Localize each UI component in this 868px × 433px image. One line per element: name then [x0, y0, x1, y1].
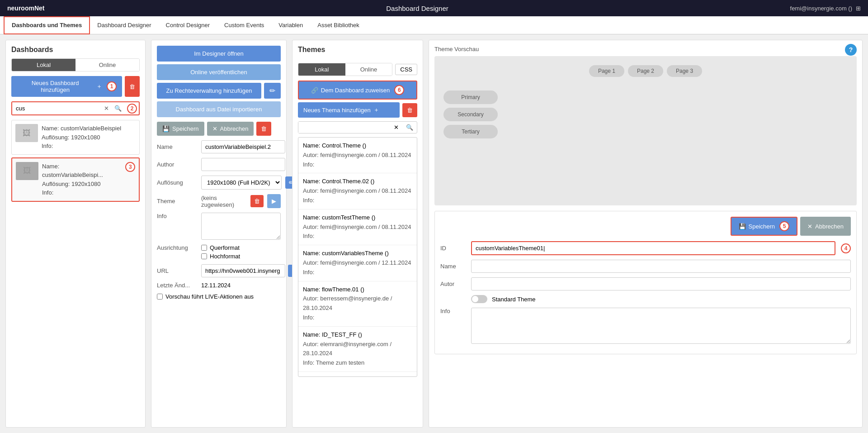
portrait-checkbox[interactable] — [201, 253, 207, 259]
tab-lokal[interactable]: Lokal — [12, 59, 75, 71]
dashboard-search-row: ✕ 🔍 2 — [11, 101, 140, 115]
dashboard-thumbnail: 🖼 — [15, 124, 38, 142]
dashboard-item-selected[interactable]: 🖼 Name: customVariableBeispi... Auflösun… — [11, 157, 140, 202]
name-label: Name — [157, 143, 198, 150]
themes-title: Themes — [298, 46, 325, 54]
theme-author: Autor: femi@insynergie.com / 12.11.2024 — [303, 258, 412, 268]
publish-online-button[interactable]: Online veröffentlichen — [157, 64, 281, 80]
help-button[interactable]: ? — [845, 44, 857, 56]
orientation-row: Ausrichtung Querformat Hochformat — [157, 244, 281, 260]
open-designer-button[interactable]: Im Designer öffnen — [157, 46, 281, 62]
theme-name: Name: Control.Theme.02 () — [303, 177, 412, 186]
theme-item[interactable]: Name: ID_TEST_FF () Autor: elemrani@insy… — [298, 327, 417, 372]
author-input[interactable] — [201, 158, 285, 171]
theme-cancel-button[interactable]: ✕ Abbrechen — [800, 217, 851, 236]
dashboard-search-input[interactable] — [12, 102, 102, 114]
url-row: URL 📋 — [157, 264, 281, 277]
tab-online[interactable]: Online — [75, 59, 139, 71]
portrait-option[interactable]: Hochformat — [201, 253, 240, 260]
resolution-label: Auflösung — [157, 179, 198, 186]
themes-top-row: Lokal Online CSS — [298, 63, 417, 76]
preview-btn-secondary: Secondary — [443, 108, 498, 121]
tab-custom-events[interactable]: Custom Events — [217, 16, 271, 34]
name-input[interactable] — [201, 140, 285, 153]
cancel-button-mid[interactable]: ✕ Abbrechen — [207, 122, 254, 136]
theme-name: Name: ID_TEST_FF () — [303, 330, 412, 340]
user-info: femi@insynergie.com () ⊞ — [790, 5, 861, 12]
theme-name-label: Name — [440, 263, 467, 270]
badge-1: 1 — [107, 81, 117, 91]
css-button[interactable]: CSS — [395, 64, 417, 75]
resolution-select[interactable]: 1920x1080 (Full HD/2K) — [201, 176, 282, 190]
trash-icon-mid: 🗑 — [261, 125, 267, 132]
info-row: Info — [157, 213, 281, 240]
search-clear-button[interactable]: ✕ — [102, 105, 111, 112]
delete-button-mid[interactable]: 🗑 — [256, 122, 271, 136]
tab-dashboard-designer[interactable]: Dashboard Designer — [90, 16, 158, 34]
tab-variablen[interactable]: Variablen — [271, 16, 310, 34]
theme-item[interactable]: Name: customTestTheme () Autor: femi@ins… — [298, 209, 417, 245]
theme-search-input[interactable] — [298, 122, 390, 133]
tab-control-designer[interactable]: Control Designer — [159, 16, 217, 34]
preview-checkbox-option[interactable]: Vorschau führt LIVE-Aktionen aus — [157, 293, 281, 300]
new-theme-button[interactable]: Neues Thema hinzufügen ＋ — [298, 102, 400, 118]
save-button-mid[interactable]: 💾 Speichern — [157, 122, 204, 136]
pen-button[interactable]: ✏ — [264, 83, 281, 99]
theme-author: Autor: femi@insynergie.com / 08.11.2024 — [303, 223, 412, 232]
tab-asset-bibliothek[interactable]: Asset Bibliothek — [310, 16, 367, 34]
theme-item[interactable]: Name: Control.Theme.02 () Autor: femi@in… — [298, 173, 417, 209]
new-theme-row: Neues Thema hinzufügen ＋ 🗑 — [298, 102, 417, 118]
dashboards-tabs: Lokal Online — [11, 58, 140, 71]
add-rights-button[interactable]: Zu Rechteverwaltung hinzufügen — [157, 83, 261, 99]
assign-theme-button[interactable]: 🔗 Dem Dashboard zuweisen 6 — [298, 81, 417, 100]
theme-search-button[interactable]: 🔍 — [402, 122, 417, 133]
badge-3: 3 — [125, 162, 135, 172]
theme-remove-button[interactable]: 🗑 — [250, 195, 264, 207]
new-dashboard-label: Neues Dashboard hinzufügen — [17, 80, 94, 93]
preview-buttons: Primary Secondary Tertiary — [443, 90, 498, 138]
theme-search-clear[interactable]: ✕ — [390, 122, 402, 133]
last-changed-label: Letzte Änd... — [157, 282, 198, 289]
theme-info: Info: — [303, 268, 412, 277]
theme-item[interactable]: Name: ID_Test_FF.1 () Autor: elemrani@in… — [298, 372, 417, 377]
theme-info-textarea[interactable] — [471, 308, 851, 344]
landscape-option[interactable]: Querformat — [201, 244, 240, 251]
theme-item[interactable]: Name: Control.Theme () Autor: femi@insyn… — [298, 138, 417, 173]
theme-id-input[interactable] — [471, 241, 835, 255]
theme-author-input[interactable] — [471, 277, 851, 290]
info-textarea[interactable] — [201, 213, 281, 240]
import-button[interactable]: Dashboard aus Datei importieren — [157, 101, 281, 117]
top-bar: neuroomNet Dashboard Designer femi@insyn… — [0, 0, 868, 16]
standard-theme-toggle[interactable] — [471, 295, 487, 303]
new-dashboard-row: Neues Dashboard hinzufügen ＋ 1 🗑 — [11, 76, 140, 97]
theme-label: Theme — [157, 198, 198, 205]
theme-item[interactable]: Name: customVariablesTheme () Autor: fem… — [298, 245, 417, 281]
theme-author: Autor: berressem@insynergie.de / 28.10.2… — [303, 294, 412, 313]
dashboard-item-info: Name: customVariableBeispiel Auflösung: … — [42, 124, 121, 151]
theme-save-button[interactable]: 💾 Speichern 5 — [731, 217, 798, 236]
theme-author: Autor: femi@insynergie.com / 08.11.2024 — [303, 186, 412, 196]
preview-live-checkbox[interactable] — [157, 294, 163, 300]
grid-icon: ⊞ — [856, 5, 861, 12]
theme-item[interactable]: Name: flowTheme.01 () Autor: berressem@i… — [298, 281, 417, 327]
dashboard-item[interactable]: 🖼 Name: customVariableBeispiel Auflösung… — [11, 120, 140, 155]
new-dashboard-button[interactable]: Neues Dashboard hinzufügen ＋ 1 — [11, 76, 122, 97]
delete-dashboard-button[interactable]: 🗑 — [125, 76, 140, 97]
nav-tabs: Dashboards und Themes Dashboard Designer… — [0, 16, 868, 34]
preview-tabs: Page 1 Page 2 Page 3 — [443, 65, 848, 77]
theme-name-input[interactable] — [471, 260, 851, 273]
delete-theme-button[interactable]: 🗑 — [402, 103, 417, 117]
themes-tab-lokal[interactable]: Lokal — [298, 63, 345, 76]
landscape-checkbox[interactable] — [201, 245, 207, 251]
url-input[interactable] — [201, 264, 285, 277]
url-label: URL — [157, 267, 198, 274]
themes-tab-online[interactable]: Online — [345, 63, 392, 76]
dashboard-item-info-selected: Name: customVariableBeispi... Auflösung:… — [42, 162, 120, 197]
tab-dashboards-und-themes[interactable]: Dashboards und Themes — [4, 16, 90, 34]
themes-panel: Themes Lokal Online CSS 🔗 Dem Dashboard … — [292, 40, 423, 428]
preview-tab-2: Page 2 — [628, 65, 663, 77]
theme-arrow-button[interactable]: ▶ — [267, 194, 281, 208]
search-button[interactable]: 🔍 — [111, 105, 125, 112]
badge-2: 2 — [127, 104, 137, 114]
cancel-icon: ✕ — [212, 125, 217, 132]
